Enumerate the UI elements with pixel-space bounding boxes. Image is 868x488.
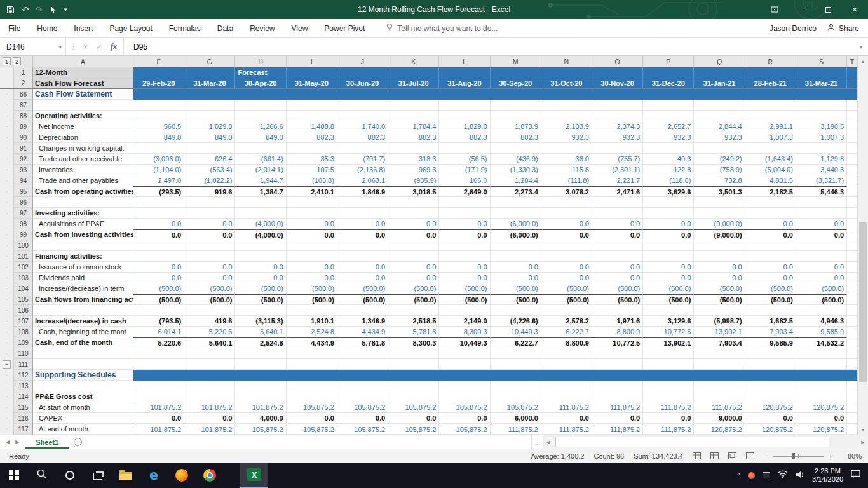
cell-P113[interactable] (643, 381, 694, 391)
cell-R2[interactable]: 28-Feb-21 (745, 78, 796, 88)
cell-F114[interactable] (133, 391, 184, 402)
cell-R104[interactable]: (500.0) (745, 283, 796, 294)
cell-J116[interactable]: 0.0 (337, 413, 388, 424)
cell-F101[interactable] (133, 251, 184, 262)
cell-T106[interactable] (847, 305, 857, 316)
cell-G92[interactable]: 626.4 (184, 154, 235, 165)
cell-J109[interactable]: 5,781.8 (337, 337, 388, 348)
cell-A117[interactable]: At end of month (33, 424, 133, 435)
cell-J112[interactable] (337, 370, 388, 381)
ribbon-tab-formulas[interactable]: Formulas (161, 19, 209, 37)
cell-J113[interactable] (337, 381, 388, 391)
cell-G116[interactable]: 0.0 (184, 413, 235, 424)
cell-S115[interactable]: 120,875.2 (796, 402, 847, 413)
cell-H86[interactable] (235, 89, 286, 100)
cell-I101[interactable] (287, 251, 337, 262)
cell-T97[interactable] (847, 208, 857, 219)
cell-Q92[interactable]: (249.2) (694, 154, 745, 165)
cell-P96[interactable] (643, 197, 694, 208)
cell-L1[interactable] (439, 67, 490, 78)
cell-A113[interactable] (33, 381, 133, 391)
cell-S104[interactable]: (500.0) (796, 283, 847, 294)
cell-F110[interactable] (133, 348, 184, 359)
cell-J90[interactable]: 882.3 (337, 132, 388, 143)
cell-T109[interactable] (847, 337, 857, 348)
cell-K89[interactable]: 1,784.4 (388, 121, 439, 132)
cell-M88[interactable] (491, 111, 541, 121)
cell-G103[interactable]: 0.0 (184, 273, 235, 283)
cell-T91[interactable] (847, 143, 857, 154)
cell-T111[interactable] (847, 359, 857, 370)
row-header-87[interactable]: 87 (14, 100, 33, 111)
scroll-up-icon[interactable]: ▲ (858, 56, 868, 66)
name-box-dropdown-icon[interactable]: ▾ (58, 44, 62, 50)
cell-Q103[interactable]: 0.0 (694, 273, 745, 283)
cell-A116[interactable]: CAPEX (33, 413, 133, 424)
cell-F109[interactable]: 5,220.6 (133, 337, 184, 348)
cell-J101[interactable] (337, 251, 388, 262)
cell-R107[interactable]: 1,682.5 (745, 316, 796, 327)
cell-G90[interactable]: 849.0 (184, 132, 235, 143)
cell-M108[interactable]: 10,449.3 (491, 327, 541, 337)
cell-L112[interactable] (439, 370, 490, 381)
cell-G111[interactable] (184, 359, 235, 370)
cell-K94[interactable]: (935.9) (388, 175, 439, 186)
cell-G96[interactable] (184, 197, 235, 208)
enter-icon[interactable]: ✓ (96, 43, 102, 51)
cell-P99[interactable]: 0.0 (643, 229, 694, 240)
cell-J2[interactable]: 30-Jun-20 (337, 78, 388, 88)
touch-mode-icon[interactable] (50, 6, 57, 14)
cell-P98[interactable]: 0.0 (643, 219, 694, 229)
cell-K102[interactable]: 0.0 (388, 262, 439, 273)
cell-N103[interactable]: 0.0 (541, 273, 592, 283)
cell-I112[interactable] (287, 370, 337, 381)
cell-A103[interactable]: Dividends paid (33, 273, 133, 283)
cell-O111[interactable] (592, 359, 643, 370)
cell-L109[interactable]: 10,449.3 (439, 337, 490, 348)
cell-I98[interactable]: 0.0 (287, 219, 337, 229)
cell-L110[interactable] (439, 348, 490, 359)
cell-L106[interactable] (439, 305, 490, 316)
cell-Q97[interactable] (694, 208, 745, 219)
cell-O88[interactable] (592, 111, 643, 121)
cell-N101[interactable] (541, 251, 592, 262)
cell-R109[interactable]: 9,585.9 (745, 337, 796, 348)
new-sheet-button[interactable]: + (69, 435, 86, 449)
cell-P91[interactable] (643, 143, 694, 154)
cell-N108[interactable]: 6,222.7 (541, 327, 592, 337)
cell-N93[interactable]: 115.8 (541, 165, 592, 175)
row-header-98[interactable]: 98 (14, 219, 33, 229)
cell-Q113[interactable] (694, 381, 745, 391)
cell-R100[interactable] (745, 240, 796, 251)
zoom-in-icon[interactable]: + (828, 451, 833, 461)
cell-R116[interactable]: 0.0 (745, 413, 796, 424)
cell-I105[interactable]: (500.0) (287, 294, 337, 305)
cell-A109[interactable]: Cash, end of the month (33, 337, 133, 348)
cell-R113[interactable] (745, 381, 796, 391)
cell-A89[interactable]: Net income (33, 121, 133, 132)
cell-K96[interactable] (388, 197, 439, 208)
column-header-P[interactable]: P (643, 56, 694, 67)
cell-S102[interactable]: 0.0 (796, 262, 847, 273)
cell-N100[interactable] (541, 240, 592, 251)
cell-I113[interactable] (287, 381, 337, 391)
horizontal-scrollbar-thumb[interactable] (555, 437, 829, 447)
cortana-button[interactable] (56, 463, 84, 488)
cell-S100[interactable] (796, 240, 847, 251)
cell-G87[interactable] (184, 100, 235, 111)
close-button[interactable]: × (841, 0, 868, 19)
cell-T105[interactable] (847, 294, 857, 305)
cell-H88[interactable] (235, 111, 286, 121)
cell-O91[interactable] (592, 143, 643, 154)
cell-R114[interactable] (745, 391, 796, 402)
cell-P105[interactable]: (500.0) (643, 294, 694, 305)
cell-R89[interactable]: 2,991.1 (745, 121, 796, 132)
cell-Q105[interactable]: (500.0) (694, 294, 745, 305)
cell-P87[interactable] (643, 100, 694, 111)
cell-F100[interactable] (133, 240, 184, 251)
cell-I95[interactable]: 2,410.1 (287, 186, 337, 197)
outline-collapse-button[interactable]: − (0, 359, 14, 370)
cell-K88[interactable] (388, 111, 439, 121)
cell-O114[interactable] (592, 391, 643, 402)
cell-M101[interactable] (491, 251, 541, 262)
